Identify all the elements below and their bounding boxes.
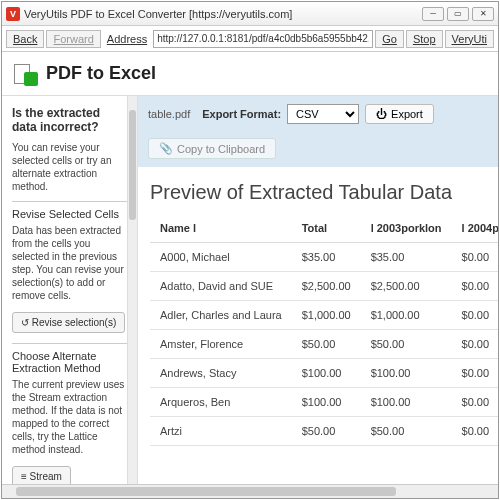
address-label: Address (103, 33, 151, 45)
revise-section-title: Revise Selected Cells (12, 208, 127, 220)
copy-button-label: Copy to Clipboard (177, 143, 265, 155)
table-row: Adatto, David and SUE$2,500.00$2,500.00$… (150, 272, 498, 301)
table-cell: Amster, Florence (150, 330, 292, 359)
table-cell: $35.00 (361, 243, 452, 272)
table-cell: $0.00 (452, 243, 498, 272)
table-body: A000, Michael$35.00$35.00$0.00$35.0Adatt… (150, 243, 498, 446)
table-cell: $100.00 (292, 359, 361, 388)
table-cell: $0.00 (452, 330, 498, 359)
table-cell: $100.00 (361, 359, 452, 388)
table-cell: Arqueros, Ben (150, 388, 292, 417)
close-button[interactable]: ✕ (472, 7, 494, 21)
page-header: PDF to Excel (2, 52, 498, 96)
table-cell: $50.00 (292, 330, 361, 359)
revise-selection-button[interactable]: ↺ Revise selection(s) (12, 312, 125, 333)
table-row: Amster, Florence$50.00$50.00$0.00$50.0 (150, 330, 498, 359)
column-header: l 2004po|10|on (452, 214, 498, 243)
table-cell: $1,000.00 (292, 301, 361, 330)
table-cell: $50.00 (292, 417, 361, 446)
table-cell: $50.00 (361, 330, 452, 359)
table-row: Arqueros, Ben$100.00$100.00$0.00$100 (150, 388, 498, 417)
table-cell: Andrews, Stacy (150, 359, 292, 388)
export-button-label: Export (391, 108, 423, 120)
revise-section-text: Data has been extracted from the cells y… (12, 224, 127, 302)
table-cell: $2,500.00 (361, 272, 452, 301)
table-cell: $100.00 (361, 388, 452, 417)
table-wrapper: Name lTotall 2003porklonl 2004po|10|onto… (138, 214, 498, 484)
copy-clipboard-button[interactable]: 📎 Copy to Clipboard (148, 138, 276, 159)
table-cell: $2,500.00 (292, 272, 361, 301)
table-cell: $0.00 (452, 301, 498, 330)
sidebar-question-title: Is the extracted data incorrect? (12, 106, 127, 135)
back-button[interactable]: Back (6, 30, 44, 48)
table-cell: Artzi (150, 417, 292, 446)
minimize-button[interactable]: ─ (422, 7, 444, 21)
table-cell: $0.00 (452, 417, 498, 446)
table-cell: $50.00 (361, 417, 452, 446)
forward-button[interactable]: Forward (46, 30, 100, 48)
table-cell: $1,000.00 (361, 301, 452, 330)
nav-toolbar: Back Forward Address Go Stop VeryUti (2, 26, 498, 52)
titlebar: V VeryUtils PDF to Excel Converter [http… (2, 2, 498, 26)
stream-method-button[interactable]: ≡ Stream (12, 466, 71, 484)
app-window: V VeryUtils PDF to Excel Converter [http… (1, 1, 499, 499)
column-header: Name l (150, 214, 292, 243)
window-title: VeryUtils PDF to Excel Converter [https:… (24, 8, 422, 20)
table-cell: $0.00 (452, 272, 498, 301)
export-format-select[interactable]: CSV (287, 104, 359, 124)
alt-method-title: Choose Alternate Extraction Method (12, 350, 127, 374)
column-header: l 2003porklon (361, 214, 452, 243)
table-cell: A000, Michael (150, 243, 292, 272)
sidebar-scrollbar[interactable] (127, 96, 137, 484)
divider (12, 201, 127, 202)
export-button[interactable]: ⏻ Export (365, 104, 434, 124)
horizontal-scrollbar[interactable] (2, 484, 498, 498)
data-table: Name lTotall 2003porklonl 2004po|10|onto… (150, 214, 498, 446)
table-cell: $100.00 (292, 388, 361, 417)
scrollbar-thumb[interactable] (129, 110, 136, 220)
brand-label: VeryUti (445, 30, 494, 48)
maximize-button[interactable]: ▭ (447, 7, 469, 21)
divider (12, 343, 127, 344)
sidebar-question-text: You can revise your selected cells or tr… (12, 141, 127, 193)
page-title: PDF to Excel (46, 63, 156, 84)
address-input[interactable] (153, 30, 373, 48)
table-cell: $35.00 (292, 243, 361, 272)
table-cell: Adler, Charles and Laura (150, 301, 292, 330)
table-row: Artzi$50.00$50.00$0.00$50.0 (150, 417, 498, 446)
table-row: A000, Michael$35.00$35.00$0.00$35.0 (150, 243, 498, 272)
scrollbar-thumb[interactable] (16, 487, 396, 496)
sidebar: Is the extracted data incorrect? You can… (2, 96, 138, 484)
clipboard-icon: 📎 (159, 142, 173, 155)
app-icon: V (6, 7, 20, 21)
table-cell: Adatto, David and SUE (150, 272, 292, 301)
alt-method-text: The current preview uses the Stream extr… (12, 378, 127, 456)
table-row: Adler, Charles and Laura$1,000.00$1,000.… (150, 301, 498, 330)
power-icon: ⏻ (376, 108, 387, 120)
go-button[interactable]: Go (375, 30, 404, 48)
pdf-excel-icon (14, 62, 38, 86)
table-row: Andrews, Stacy$100.00$100.00$0.00$100 (150, 359, 498, 388)
filename-label: table.pdf (148, 108, 190, 120)
table-cell: $0.00 (452, 359, 498, 388)
export-toolbar: table.pdf Export Format: CSV ⏻ Export 📎 … (138, 96, 498, 167)
table-header-row: Name lTotall 2003porklonl 2004po|10|onto… (150, 214, 498, 243)
stop-button[interactable]: Stop (406, 30, 443, 48)
preview-heading: Preview of Extracted Tabular Data (138, 167, 498, 214)
main-content: table.pdf Export Format: CSV ⏻ Export 📎 … (138, 96, 498, 484)
export-format-label: Export Format: (202, 108, 281, 120)
column-header: Total (292, 214, 361, 243)
table-cell: $0.00 (452, 388, 498, 417)
